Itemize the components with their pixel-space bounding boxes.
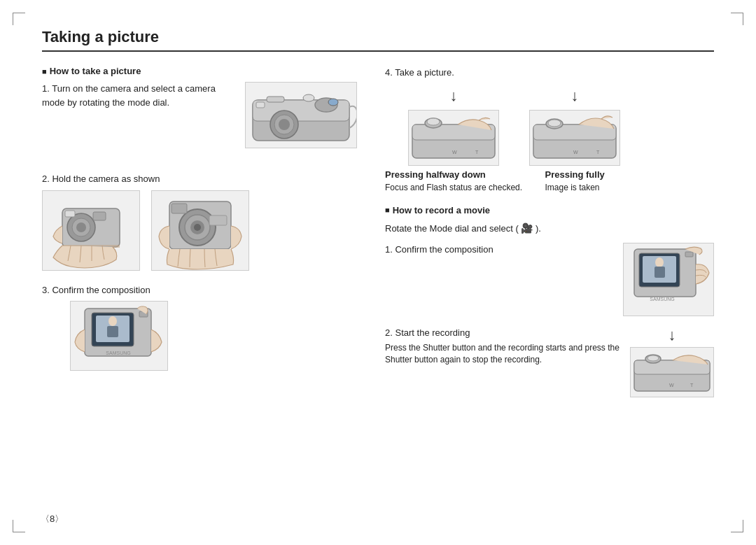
section-header-movie: How to record a movie [385,205,714,215]
shutter-fully-image: W T [529,110,620,166]
shutter-fully-svg: W T [530,111,620,165]
movie-step1-description: Confirm the composition [395,244,493,255]
shutter-fully-desc: Image is taken [545,183,599,192]
shutter-fully-box: ↓ W T [529,84,620,194]
arrow-down-fully: ↓ [571,84,579,107]
content-area: How to take a picture 1. Turn on the cam… [42,66,714,407]
svg-rect-15 [65,211,75,217]
left-column: How to take a picture 1. Turn on the cam… [42,66,378,407]
movie-step1-container: 1. Confirm the composition [385,243,714,316]
svg-rect-9 [256,102,265,108]
svg-rect-27 [107,326,118,337]
camera-top-svg [246,83,356,148]
svg-point-33 [427,118,440,125]
hand-camera-svg-2 [152,191,248,270]
svg-point-39 [548,120,561,127]
shutter-images-row: ↓ W T [385,84,714,194]
shutter-fully-title: Pressing fully [545,169,604,180]
movie-step2-text: 2. Start the recording Press the Shutter… [385,326,630,366]
step3-container: 3. Confirm the composition [42,283,357,371]
lcd-camera-svg-left: SAMSUNG [71,302,167,370]
step2-container: 2. Hold the camera as shown [42,172,357,271]
shutter-halfway-svg: W T [409,111,498,165]
step3-text: 3. Confirm the composition [42,283,357,297]
arrow-down-halfway: ↓ [450,84,458,107]
shutter-halfway-title: Pressing halfway down [385,169,486,180]
step4-container: 4. Take a picture. ↓ [385,66,714,194]
hand-camera-image-1 [42,190,140,271]
shutter-halfway-image: W T [408,110,499,166]
step2-text: 2. Hold the camera as shown [42,172,357,186]
movie-step1-text: 1. Confirm the composition [385,243,623,257]
svg-rect-21 [172,204,187,213]
movie-step2-title: 2. Start the recording [385,326,630,340]
lcd-camera-svg-right: SAMSUNG [624,243,713,316]
lcd-camera-image-right: SAMSUNG [623,243,714,316]
movie-step2-number: 2. [385,327,393,338]
movie-step2-description: Start the recording [395,327,470,338]
rotate-text-content: Rotate the Mode dial and select ( [385,223,519,234]
step1-number: 1. [42,83,50,94]
step1-text: 1. Turn on the camera and select a camer… [42,82,224,109]
step1-row: 1. Turn on the camera and select a camer… [42,82,357,160]
svg-text:W: W [452,150,457,155]
movie-icon: 🎥 [521,222,533,234]
page-title: Taking a picture [42,28,714,52]
svg-rect-46 [654,267,665,278]
step2-number: 2. [42,174,50,184]
page-container: Taking a picture How to take a picture 1… [0,0,756,545]
svg-text:T: T [596,150,600,155]
camera-top-image [245,82,357,148]
svg-point-13 [76,222,86,232]
rotate-text: Rotate the Mode dial and select ( 🎥 ). [385,221,714,236]
step4-number: 4. [385,67,393,78]
movie-step1-number: 1. [385,244,393,255]
svg-point-7 [303,94,314,101]
svg-text:W: W [573,150,578,155]
svg-rect-8 [267,97,284,102]
shutter-halfway-box: ↓ W T [385,84,522,194]
svg-point-20 [194,224,201,231]
hand-camera-image-2 [151,190,249,271]
svg-rect-14 [93,212,106,220]
svg-rect-47 [685,252,693,257]
movie-step2-image-container: ↓ W T [630,326,714,397]
page-number: 〈8〉 [41,513,64,525]
svg-point-52 [648,355,659,361]
step4-text: 4. Take a picture. [385,66,714,80]
step4-description: Take a picture. [395,67,454,78]
shutter-halfway-desc: Focus and Flash status are checked. [385,183,522,192]
shutter-fully-label: Pressing fully Image is taken [545,169,604,194]
svg-text:SAMSUNG: SAMSUNG [106,351,130,355]
shutter-movie-svg: W T [631,348,713,397]
step3-description: Confirm the composition [52,285,150,295]
svg-text:T: T [690,383,694,388]
svg-text:T: T [475,150,479,155]
svg-point-4 [279,119,290,130]
hand-camera-svg-1 [43,191,139,270]
shutter-movie-image: W T [630,347,714,397]
svg-point-6 [328,99,338,106]
section-header-left: How to take a picture [42,66,357,76]
rotate-text-end: ). [536,223,541,234]
step1-description: Turn on the camera and select a camera m… [42,83,216,108]
step3-number: 3. [42,285,50,295]
step2-description: Hold the camera as shown [52,174,160,184]
svg-point-26 [108,316,117,326]
svg-text:W: W [669,383,674,388]
right-column: 4. Take a picture. ↓ [378,66,714,407]
step2-images [42,190,357,271]
shutter-halfway-label: Pressing halfway down Focus and Flash st… [385,169,522,194]
movie-step2-desc: Press the Shutter button and the recordi… [385,342,630,366]
svg-point-45 [655,257,664,267]
arrow-down-movie: ↓ [668,326,676,344]
svg-text:SAMSUNG: SAMSUNG [650,297,674,302]
movie-step2-container: 2. Start the recording Press the Shutter… [385,326,714,397]
lcd-camera-image-left: SAMSUNG [70,301,168,371]
movie-section: How to record a movie Rotate the Mode di… [385,205,714,397]
svg-rect-22 [209,215,227,225]
